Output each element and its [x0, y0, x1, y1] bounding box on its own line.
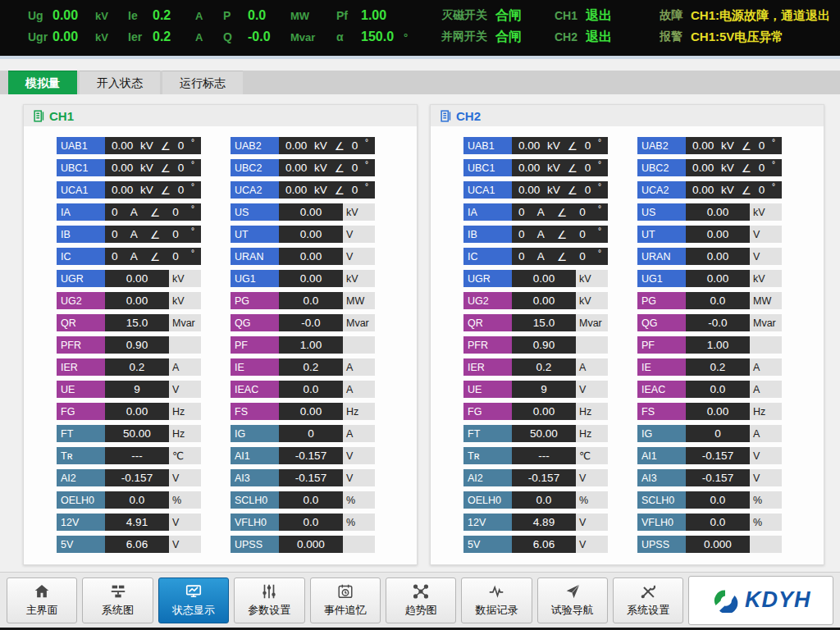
toolbar-button-x[interactable]: 状态显示: [158, 578, 229, 623]
phasor-unit: A: [537, 250, 545, 262]
toolbar-button-x[interactable]: 系统设置: [613, 578, 683, 623]
measure-unit: Mvar: [343, 314, 375, 331]
measure-value: 0.0: [279, 381, 343, 398]
channel-label: CH2: [555, 30, 578, 43]
measure-unit: Mvar: [750, 314, 782, 331]
angle-symbol: ∠: [557, 206, 567, 219]
toolbar-button-x[interactable]: 事件追忆: [310, 578, 381, 623]
top-status-bar: Ug0.00kVIe0.2AP0.0MWPf1.00灭磁开关合闸CH1退出故障C…: [0, 0, 840, 59]
measure-row-ut: UT0.00V: [637, 226, 782, 243]
channel-status: CH1退出: [555, 7, 660, 25]
measure-row-qg: QG-0.0Mvar: [637, 314, 782, 331]
tab-x[interactable]: 运行标志: [162, 71, 243, 94]
angle-symbol: ∠: [150, 206, 160, 219]
metric-label: Ug: [28, 9, 52, 22]
measure-label: UG1: [231, 270, 279, 287]
measure-label: IE: [637, 358, 686, 376]
measure-unit: V: [576, 536, 608, 553]
measure-value: 4.91: [105, 514, 169, 531]
angle-symbol: ∠: [557, 250, 567, 263]
degree-symbol: °: [191, 160, 194, 169]
metric-unit: kV: [95, 31, 108, 43]
angle-symbol: ∠: [161, 162, 171, 175]
measure-value: 4.89: [512, 514, 576, 531]
metric-x: α150.0°: [336, 30, 441, 44]
measure-value: 0.2: [686, 358, 750, 376]
measure-unit: kV: [750, 270, 782, 287]
measure-value-phasor: 0A∠0°: [512, 203, 608, 221]
toolbar-button-x[interactable]: 趋势图: [386, 578, 456, 623]
toolbar-button-x[interactable]: 系统图: [82, 578, 153, 623]
measure-unit: MW: [343, 292, 375, 309]
measure-label: 12V: [463, 514, 512, 531]
measure-value: 1.00: [686, 336, 750, 354]
alarm-label: 报警: [660, 30, 682, 44]
measure-value: 0.00: [512, 292, 576, 309]
toolbar-button-x[interactable]: 参数设置: [234, 578, 304, 623]
measure-label: UCA1: [463, 181, 512, 199]
measure-row-vflh0: VFLH00.0%: [637, 514, 782, 531]
degree-symbol: °: [365, 138, 368, 147]
measure-value-phasor: 0A∠0°: [105, 248, 201, 265]
measure-value: 0.00: [279, 270, 343, 287]
phasor-magnitude: 0: [518, 206, 525, 218]
toolbar-button-x[interactable]: 试验导航: [537, 578, 608, 623]
measure-unit: Hz: [169, 403, 201, 420]
measure-unit: V: [169, 536, 201, 553]
panel-title: CH1: [49, 109, 74, 123]
measure-value-phasor: 0.00kV∠0°: [279, 159, 375, 176]
measure-value: 0.90: [105, 336, 169, 354]
measure-row-ic: IC0A∠0°: [57, 248, 201, 265]
measure-unit: kV: [169, 270, 201, 287]
toolbar-button-x[interactable]: 数据记录: [461, 578, 532, 623]
metric-label: Pf: [336, 9, 361, 22]
phasor-magnitude: 0: [518, 228, 525, 240]
measure-value: -0.157: [686, 469, 750, 486]
measure-label: VFLH0: [637, 514, 686, 531]
measure-row-fs: FS0.00Hz: [637, 403, 782, 420]
phasor-unit: kV: [721, 162, 734, 174]
measure-unit: V: [343, 447, 375, 464]
angle-symbol: ∠: [568, 139, 578, 153]
tab-x[interactable]: 开入状态: [80, 71, 160, 94]
measure-row-ue: UE9V: [57, 381, 201, 398]
tab-x[interactable]: 模拟量: [8, 71, 77, 94]
phasor-unit: kV: [314, 162, 327, 174]
measure-unit: [169, 336, 201, 354]
measure-label: IER: [463, 358, 512, 376]
phasor-angle: 0: [759, 139, 765, 152]
measure-row-pg: PG0.0MW: [231, 292, 375, 309]
measure-unit: [343, 336, 375, 354]
metric-value: 0.2: [153, 30, 195, 44]
angle-symbol: ∠: [568, 162, 578, 175]
measure-label: AI1: [637, 447, 686, 464]
phasor-angle: 0: [352, 184, 358, 196]
measure-value: 0.0: [279, 292, 343, 309]
phasor-angle: 0: [585, 162, 591, 174]
measure-label: PF: [231, 336, 279, 354]
measure-unit: kV: [169, 292, 201, 309]
measure-value-phasor: 0A∠0°: [512, 226, 608, 243]
measure-value: 15.0: [512, 314, 576, 331]
angle-symbol: ∠: [335, 139, 345, 153]
measure-value-phasor: 0.00kV∠0°: [686, 181, 782, 199]
phasor-unit: kV: [721, 139, 734, 152]
bottom-toolbar: 主界面系统图状态显示参数设置事件追忆趋势图数据记录试验导航系统设置KDYH: [0, 572, 840, 628]
degree-symbol: °: [772, 182, 775, 191]
measure-unit: A: [750, 381, 782, 398]
phasor-unit: kV: [140, 162, 153, 174]
params-sliders-icon: [260, 582, 278, 600]
measure-unit: %: [576, 491, 608, 509]
measure-row-pf: PF1.00: [231, 336, 375, 354]
measure-row-uca1: UCA10.00kV∠0°: [463, 181, 608, 199]
phasor-angle: 0: [352, 139, 358, 152]
phasor-magnitude: 0.00: [285, 184, 307, 196]
measure-row-pfr: PFR0.90: [463, 336, 608, 354]
toolbar-button-label: 主界面: [26, 603, 58, 618]
phasor-magnitude: 0.00: [692, 162, 714, 174]
metric-unit: MW: [290, 10, 309, 22]
phasor-unit: kV: [547, 139, 560, 152]
measure-value: -0.157: [105, 469, 169, 486]
toolbar-button-x[interactable]: 主界面: [7, 578, 77, 623]
measure-label: Tʀ: [57, 447, 105, 464]
